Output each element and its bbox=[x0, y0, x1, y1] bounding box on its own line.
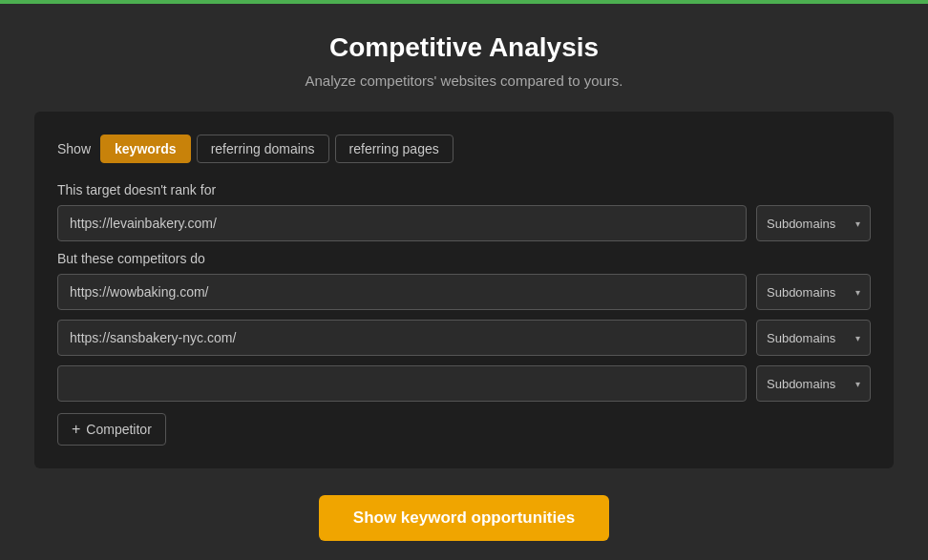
add-competitor-label: Competitor bbox=[86, 422, 151, 437]
competitor-row-1: Subdomains ▾ bbox=[57, 320, 871, 356]
page-title: Competitive Analysis bbox=[329, 32, 599, 63]
competitor-row-2: Subdomains ▾ bbox=[57, 365, 871, 402]
show-tabs-row: Show keywords referring domains referrin… bbox=[57, 135, 871, 163]
tab-referring-pages[interactable]: referring pages bbox=[335, 135, 453, 163]
target-subdomain-label: Subdomains bbox=[767, 217, 835, 231]
competitors-label: But these competitors do bbox=[57, 251, 871, 266]
competitor-url-input-0[interactable] bbox=[57, 274, 747, 310]
target-subdomain-select[interactable]: Subdomains ▾ bbox=[756, 205, 871, 241]
competitor-subdomain-select-0[interactable]: Subdomains ▾ bbox=[756, 274, 871, 310]
competitor-url-input-2[interactable] bbox=[57, 365, 747, 402]
plus-icon: + bbox=[72, 421, 80, 438]
target-url-input[interactable] bbox=[57, 205, 747, 241]
competitor-subdomain-label-0: Subdomains bbox=[767, 285, 835, 300]
page-content: Competitive Analysis Analyze competitors… bbox=[0, 4, 928, 541]
main-card: Show keywords referring domains referrin… bbox=[34, 112, 894, 468]
target-input-row: Subdomains ▾ bbox=[57, 205, 871, 241]
competitor-subdomain-select-1[interactable]: Subdomains ▾ bbox=[756, 320, 871, 356]
competitor-chevron-icon-0: ▾ bbox=[855, 287, 860, 298]
competitor-subdomain-label-1: Subdomains bbox=[767, 331, 835, 345]
competitor-chevron-icon-1: ▾ bbox=[855, 333, 860, 343]
competitor-subdomain-select-2[interactable]: Subdomains ▾ bbox=[756, 365, 871, 402]
tab-keywords[interactable]: keywords bbox=[100, 135, 191, 163]
competitor-chevron-icon-2: ▾ bbox=[855, 379, 860, 389]
target-chevron-icon: ▾ bbox=[855, 218, 860, 229]
show-label: Show bbox=[57, 141, 91, 156]
competitor-subdomain-label-2: Subdomains bbox=[767, 377, 835, 391]
show-keyword-opportunities-button[interactable]: Show keyword opportunities bbox=[319, 495, 609, 541]
tab-referring-domains[interactable]: referring domains bbox=[197, 135, 329, 163]
competitor-url-input-1[interactable] bbox=[57, 320, 747, 356]
competitor-row-0: Subdomains ▾ bbox=[57, 274, 871, 310]
page-subtitle: Analyze competitors' websites compared t… bbox=[305, 73, 622, 89]
target-label: This target doesn't rank for bbox=[57, 182, 871, 197]
competitors-section: But these competitors do Subdomains ▾ Su… bbox=[57, 251, 871, 446]
add-competitor-button[interactable]: + Competitor bbox=[57, 413, 166, 446]
